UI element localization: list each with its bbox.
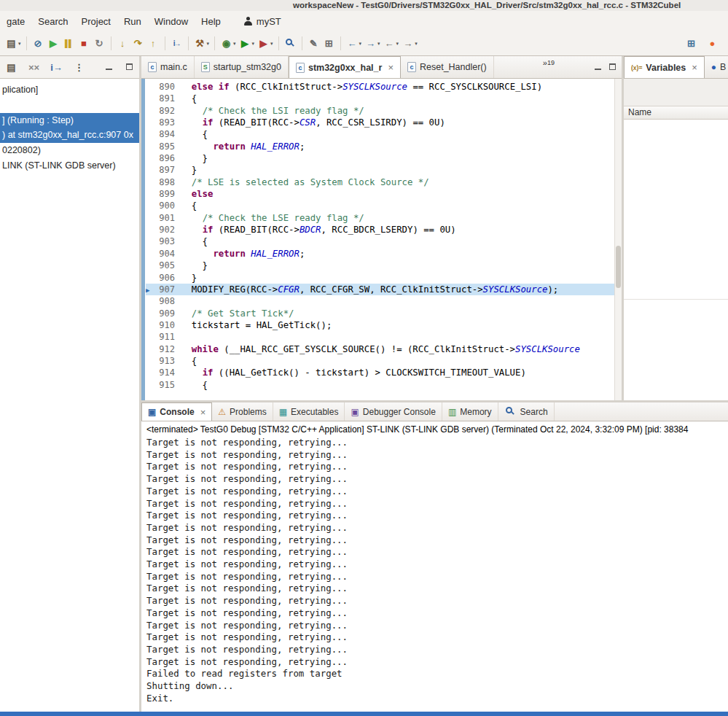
console-tab-executables[interactable]: ▦Executables [273, 402, 345, 421]
debug-tree-row[interactable]: ) at stm32g0xx_hal_rcc.c:907 0x [0, 128, 139, 143]
editor-tab-stm32g0xx-hal-r[interactable]: cstm32g0xx_hal_r× [289, 56, 401, 78]
previous-edit-button[interactable]: ←▾ [345, 36, 364, 50]
variables-name-column-header[interactable]: Name [624, 106, 728, 120]
menu-item-run[interactable]: Run [117, 12, 148, 31]
menu-item-search[interactable]: Search [31, 12, 74, 31]
line-annotation [146, 152, 154, 164]
debug-tree-row[interactable]: plication] [0, 82, 139, 98]
console-tab-memory[interactable]: ▥Memory [442, 402, 498, 421]
menu-item-window[interactable]: Window [148, 12, 195, 31]
close-icon[interactable]: × [200, 407, 206, 418]
code-editor[interactable]: 890 else if (RCC_ClkInitStruct->SYSCLKSo… [141, 79, 614, 400]
tab-label: Reset_Handler() [420, 62, 487, 72]
resume-button[interactable]: ▶ [46, 36, 61, 50]
new-button[interactable]: ▤▾ [4, 36, 23, 50]
code-line[interactable]: 897 } [146, 164, 614, 176]
skip-all-breakpoints-button[interactable]: ⊘ [31, 36, 46, 50]
view-menu-button[interactable]: ⋮ [71, 61, 87, 74]
console-tab-console[interactable]: ▣Console× [141, 402, 212, 421]
instruction-stepping-mode-button[interactable]: i→ [49, 61, 64, 74]
search-button[interactable] [283, 36, 298, 51]
code-line[interactable]: 909 /* Get Start Tick*/ [146, 308, 614, 319]
myst-account-button[interactable]: myST [238, 13, 287, 30]
step-into-button[interactable]: ↓ [115, 36, 130, 50]
code-line[interactable]: 900 { [146, 200, 614, 211]
console-view: ▣Console×⚠Problems▦Executables▣Debugger … [141, 400, 728, 712]
code-line[interactable]: 912 while (__HAL_RCC_GET_SYSCLK_SOURCE()… [146, 343, 614, 355]
code-line[interactable]: ▶907 MODIFY_REG(RCC->CFGR, RCC_CFGR_SW, … [146, 284, 614, 295]
variables-tab-b[interactable]: ●B [705, 56, 727, 78]
code-text: } [181, 272, 197, 284]
remove-all-terminated-button[interactable]: ×× [26, 61, 42, 74]
console-tab-problems[interactable]: ⚠Problems [212, 402, 273, 421]
back-icon: ← [383, 38, 396, 49]
code-line[interactable]: 895 return HAL_ERROR; [146, 141, 614, 152]
code-line[interactable]: 905 } [146, 260, 614, 271]
annotation-pencil-button[interactable]: ✎ [306, 36, 321, 50]
code-line[interactable]: 898 /* LSE is selected as System Clock S… [146, 176, 614, 188]
terminate-button[interactable]: ■ [77, 36, 92, 50]
scrollbar-thumb[interactable] [616, 246, 621, 287]
code-line[interactable]: 899 else [146, 188, 614, 200]
debug-tree-row[interactable] [0, 98, 139, 113]
editor-tab-main-c[interactable]: cmain.c [141, 56, 195, 78]
code-text: MODIFY_REG(RCC->CFGR, RCC_CFGR_SW, RCC_C… [181, 284, 558, 295]
minimize-button[interactable] [103, 62, 115, 72]
variables-tab-variables[interactable]: (x)=Variables× [624, 56, 705, 78]
step-return-button[interactable]: ↑ [146, 36, 161, 50]
code-line[interactable]: 904 return HAL_ERROR; [146, 248, 614, 260]
code-line[interactable]: 915 { [146, 379, 614, 391]
debug-perspective-button[interactable]: ● [705, 36, 720, 50]
code-line[interactable]: 914 if ((HAL_GetTick() - tickstart) > CL… [146, 367, 614, 378]
run-button[interactable]: ▶▾ [238, 36, 257, 50]
variables-table-body[interactable] [624, 120, 728, 400]
code-line[interactable]: 890 else if (RCC_ClkInitStruct->SYSCLKSo… [146, 81, 614, 93]
step-over-button[interactable]: ↷ [130, 36, 146, 50]
console-tab-search[interactable]: Search [498, 402, 555, 421]
debug-tree-row[interactable]: 0220802) [0, 143, 139, 158]
close-icon[interactable]: × [692, 62, 697, 73]
dropdown-caret-icon: ▾ [377, 41, 380, 47]
console-output[interactable]: Target is not responding, retrying...Tar… [141, 435, 728, 712]
code-line[interactable]: 908 [146, 295, 614, 307]
line-annotation [146, 93, 154, 104]
code-line[interactable]: 892 /* Check the LSI ready flag */ [146, 105, 614, 117]
debug-tree-row[interactable]: ] (Running : Step) [0, 113, 139, 128]
open-perspective-button[interactable]: ⊞ [684, 36, 699, 50]
forward-button[interactable]: →▾ [400, 36, 419, 50]
code-line[interactable]: 913 { [146, 355, 614, 367]
menu-item-help[interactable]: Help [195, 12, 227, 31]
console-tab-debugger-console[interactable]: ▣Debugger Console [345, 402, 442, 421]
code-line[interactable]: 910 tickstart = HAL_GetTick(); [146, 319, 614, 331]
code-line[interactable]: 902 if (READ_BIT(RCC->BDCR, RCC_BDCR_LSE… [146, 224, 614, 236]
disconnect-button[interactable]: ↻ [92, 36, 107, 50]
menu-item-gate[interactable]: gate [0, 12, 31, 31]
editor-tab-reset-handler[interactable]: cReset_Handler() [401, 56, 494, 78]
code-line[interactable]: 896 } [146, 152, 614, 164]
close-icon[interactable]: × [388, 62, 394, 73]
suspend-button[interactable]: ▌▌ [61, 38, 77, 49]
editor-tab-startup-stm32g0[interactable]: Sstartup_stm32g0 [195, 56, 289, 78]
external-tools-button[interactable]: ▶▾ [256, 36, 275, 50]
code-line[interactable]: 894 { [146, 128, 614, 140]
code-line[interactable]: 891 { [146, 93, 614, 104]
debug-tree-row[interactable]: LINK (ST-LINK GDB server) [0, 158, 139, 174]
code-line[interactable]: 893 if (READ_BIT(RCC->CSR, RCC_CSR_LSIRD… [146, 117, 614, 128]
instruction-stepping-button[interactable]: i→ [169, 38, 184, 49]
maximize-button[interactable] [124, 62, 136, 72]
code-line[interactable]: 906 } [146, 272, 614, 284]
back-button[interactable]: ←▾ [382, 36, 401, 50]
code-line[interactable]: 903 { [146, 236, 614, 247]
code-line[interactable]: 901 /* Check the LSE ready flag */ [146, 212, 614, 224]
view-frame-button[interactable]: ▤ [4, 61, 19, 74]
menu-item-project[interactable]: Project [75, 12, 117, 31]
maximize-button[interactable] [607, 62, 619, 72]
code-line[interactable]: 911 [146, 331, 614, 343]
pin-editor-button[interactable]: ⊞ [321, 36, 337, 50]
tab-overflow-button[interactable]: » 19 [543, 56, 555, 78]
debug-button[interactable]: ◉▾ [219, 36, 238, 50]
editor-vertical-scrollbar[interactable] [614, 79, 622, 400]
next-edit-button[interactable]: →▾ [363, 36, 382, 50]
build-button[interactable]: ⚒▾ [192, 36, 211, 50]
minimize-button[interactable] [592, 62, 604, 72]
